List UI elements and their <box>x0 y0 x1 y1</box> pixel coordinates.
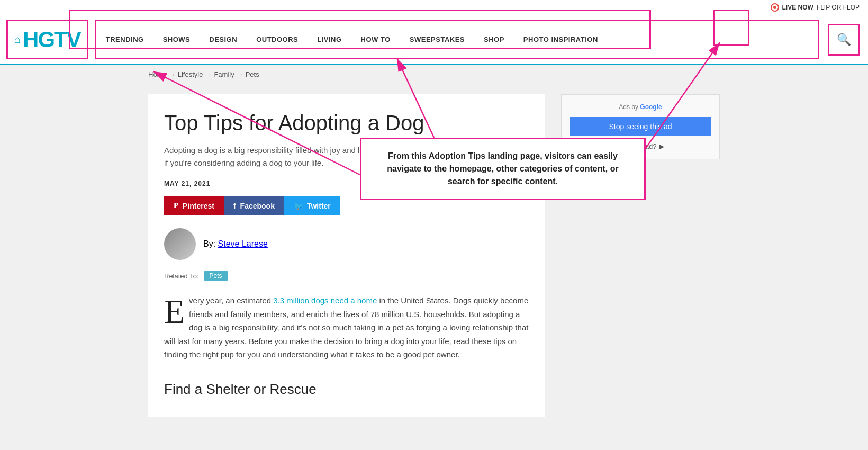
article-paragraph-1: E very year, an estimated 3.3 million do… <box>164 294 529 362</box>
main-nav: TRENDING SHOWS DESIGN OUTDOORS LIVING HO… <box>95 20 819 59</box>
why-ad-link[interactable]: Why this ad? ▶ <box>570 142 711 150</box>
breadcrumb-sep1: → <box>169 70 176 78</box>
logo: HGTV <box>23 27 80 52</box>
body-link[interactable]: 3.3 million dogs need a home <box>273 296 377 305</box>
ad-box: Ads by Google Stop seeing this ad Why th… <box>561 94 720 159</box>
nav-sweepstakes[interactable]: SWEEPSTAKES <box>400 21 474 58</box>
twitter-label: Twitter <box>307 202 331 210</box>
article-body: E very year, an estimated 3.3 million do… <box>164 294 529 401</box>
breadcrumb-pets[interactable]: Pets <box>246 70 259 78</box>
facebook-button[interactable]: f Facebook <box>224 196 284 215</box>
article-date: May 21, 2021 <box>164 180 529 187</box>
nav-photo-inspiration[interactable]: PHOTO INSPIRATION <box>514 21 608 58</box>
related-tag[interactable]: Pets <box>204 271 228 281</box>
nav-design[interactable]: DESIGN <box>200 21 247 58</box>
sidebar: Ads by Google Stop seeing this ad Why th… <box>561 94 720 417</box>
facebook-label: Facebook <box>240 202 275 210</box>
author-prefix: By: <box>203 239 215 248</box>
twitter-icon: 🐦 <box>294 202 303 210</box>
live-label: LIVE NOW <box>782 4 813 11</box>
breadcrumb: Home → Lifestyle → Family → Pets <box>0 65 868 84</box>
nav-shows[interactable]: SHOWS <box>153 21 200 58</box>
top-bar: LIVE NOW FLIP OR FLOP <box>0 0 868 15</box>
pinterest-icon: 𝐏 <box>174 201 178 210</box>
facebook-icon: f <box>233 202 236 210</box>
body-rest: in the United States. Dogs quickly becom… <box>164 296 528 359</box>
nav-living[interactable]: LIVING <box>308 21 351 58</box>
search-button[interactable]: 🔍 <box>828 24 860 56</box>
nav-trending[interactable]: TRENDING <box>96 21 153 58</box>
header: ⌂ HGTV TRENDING SHOWS DESIGN OUTDOORS LI… <box>0 15 868 65</box>
nav-outdoors[interactable]: OUTDOORS <box>247 21 308 58</box>
ad-label: Ads by Google <box>570 103 711 111</box>
live-show: FLIP OR FLOP <box>817 4 860 11</box>
article: Top Tips for Adopting a Dog Adopting a d… <box>148 94 545 417</box>
article-title: Top Tips for Adopting a Dog <box>164 110 529 136</box>
author-row: By: Steve Larese <box>164 228 529 260</box>
search-icon: 🔍 <box>837 33 851 47</box>
author-info: By: Steve Larese <box>203 239 268 249</box>
author-avatar <box>164 228 196 260</box>
why-ad-text: Why this ad? <box>617 142 656 150</box>
breadcrumb-home[interactable]: Home <box>148 70 167 78</box>
breadcrumb-lifestyle[interactable]: Lifestyle <box>178 70 203 78</box>
stop-ad-button[interactable]: Stop seeing this ad <box>570 117 711 136</box>
nav-shop[interactable]: SHOP <box>474 21 514 58</box>
breadcrumb-sep2: → <box>205 70 212 78</box>
related-row: Related To: Pets <box>164 271 529 281</box>
twitter-button[interactable]: 🐦 Twitter <box>284 196 340 215</box>
pinterest-label: Pinterest <box>183 202 214 210</box>
drop-cap: E <box>164 294 189 325</box>
live-now-bar[interactable]: LIVE NOW FLIP OR FLOP <box>771 3 860 12</box>
article-intro: Adopting a dog is a big responsibility f… <box>164 144 529 169</box>
social-share: 𝐏 Pinterest f Facebook 🐦 Twitter <box>164 196 529 215</box>
author-link[interactable]: Steve Larese <box>218 239 268 248</box>
related-label: Related To: <box>164 272 199 280</box>
section-title: Find a Shelter or Rescue <box>164 377 529 401</box>
nav-howto[interactable]: HOW TO <box>351 21 400 58</box>
ad-brand: Google <box>640 103 662 111</box>
breadcrumb-family[interactable]: Family <box>214 70 234 78</box>
main-content: Top Tips for Adopting a Dog Adopting a d… <box>0 84 868 427</box>
body-start: very year, an estimated <box>189 296 273 305</box>
live-icon <box>771 3 779 12</box>
logo-box[interactable]: ⌂ HGTV <box>6 20 88 59</box>
author-avatar-image <box>164 228 196 260</box>
ad-label-text: Ads by <box>619 103 638 111</box>
pinterest-button[interactable]: 𝐏 Pinterest <box>164 196 224 215</box>
house-icon: ⌂ <box>14 33 21 46</box>
breadcrumb-sep3: → <box>237 70 243 78</box>
why-ad-icon: ▶ <box>659 142 664 150</box>
